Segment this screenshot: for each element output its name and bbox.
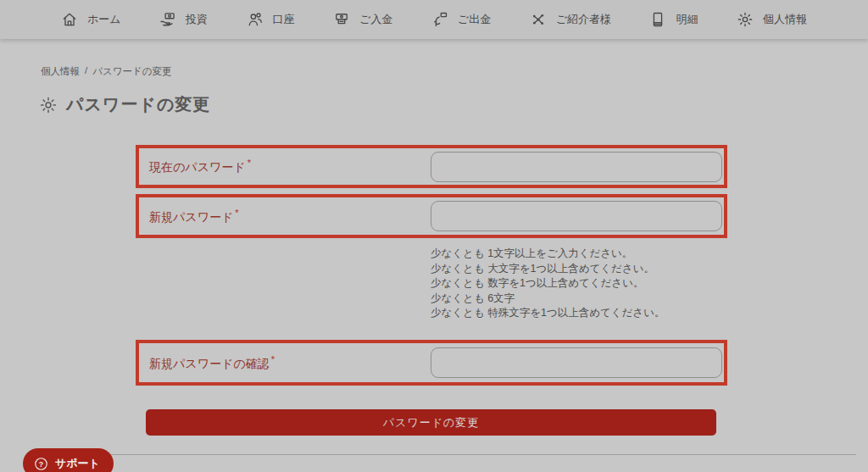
new-password-row: 新規パスワード* (136, 194, 727, 238)
nav-label: 投資 (186, 12, 208, 27)
nav-label: ホーム (87, 12, 121, 27)
password-rule: 少なくとも 特殊文字を1つ以上含めてください。 (431, 306, 665, 321)
new-password-label: 新規パスワード* (149, 208, 239, 225)
statement-icon (649, 11, 666, 28)
nav-label: 口座 (273, 12, 295, 27)
referral-icon (530, 11, 547, 28)
top-navigation: ホーム 投資 口座 ご入金 ご出金 ご紹介者様 明細 個人情報 (0, 0, 868, 39)
password-rule: 少なくとも 大文字を1つ以上含めてください。 (431, 262, 665, 277)
investment-icon (159, 11, 176, 28)
nav-item-invest[interactable]: 投資 (159, 11, 208, 28)
confirm-password-label: 新規パスワードの確認* (149, 354, 275, 372)
footer-divider (87, 454, 856, 455)
account-icon (247, 11, 264, 28)
gear-icon (39, 96, 58, 114)
new-password-input[interactable] (431, 201, 722, 231)
support-button[interactable]: ? サポート (23, 448, 114, 472)
nav-item-withdrawal[interactable]: ご出金 (431, 11, 491, 28)
password-rule: 少なくとも 1文字以上をご入力ください。 (431, 247, 665, 262)
nav-item-account[interactable]: 口座 (247, 11, 295, 28)
gear-icon (737, 11, 754, 28)
password-rule: 少なくとも 6文字 (431, 292, 665, 307)
home-icon (61, 11, 78, 28)
nav-label: ご出金 (458, 12, 491, 27)
change-password-button[interactable]: パスワードの変更 (146, 409, 716, 436)
password-rules: 少なくとも 1文字以上をご入力ください。 少なくとも 大文字を1つ以上含めてくだ… (431, 247, 665, 321)
breadcrumb: 個人情報 / パスワードの変更 (41, 65, 172, 78)
deposit-icon (333, 11, 350, 28)
required-asterisk: * (271, 354, 275, 364)
nav-item-referral[interactable]: ご紹介者様 (530, 11, 611, 28)
page-title: パスワードの変更 (66, 93, 210, 116)
breadcrumb-current: パスワードの変更 (92, 65, 171, 78)
confirm-password-input[interactable] (431, 347, 722, 378)
nav-label: ご入金 (359, 12, 392, 27)
page-title-row: パスワードの変更 (39, 93, 210, 116)
nav-item-home[interactable]: ホーム (61, 11, 121, 28)
nav-label: 個人情報 (763, 12, 807, 27)
required-asterisk: * (248, 158, 251, 168)
password-change-page: ホーム 投資 口座 ご入金 ご出金 ご紹介者様 明細 個人情報 (0, 0, 868, 472)
current-password-label: 現在のパスワード* (149, 158, 251, 175)
nav-label: ご紹介者様 (556, 12, 611, 27)
nav-label: 明細 (676, 12, 698, 27)
withdrawal-icon (431, 11, 448, 28)
current-password-row: 現在のパスワード* (136, 145, 727, 188)
support-label: サポート (55, 456, 100, 471)
nav-item-deposit[interactable]: ご入金 (333, 11, 392, 28)
nav-item-personal-info[interactable]: 個人情報 (737, 11, 807, 28)
password-rule: 少なくとも 数字を1つ以上含めてください。 (431, 276, 665, 292)
confirm-password-row: 新規パスワードの確認* (136, 340, 727, 386)
breadcrumb-parent[interactable]: 個人情報 (41, 65, 80, 78)
required-asterisk: * (235, 208, 238, 218)
nav-item-statement[interactable]: 明細 (649, 11, 698, 28)
svg-text:?: ? (39, 459, 43, 468)
current-password-input[interactable] (431, 152, 722, 182)
question-icon: ? (34, 457, 48, 471)
breadcrumb-separator: / (85, 65, 87, 78)
